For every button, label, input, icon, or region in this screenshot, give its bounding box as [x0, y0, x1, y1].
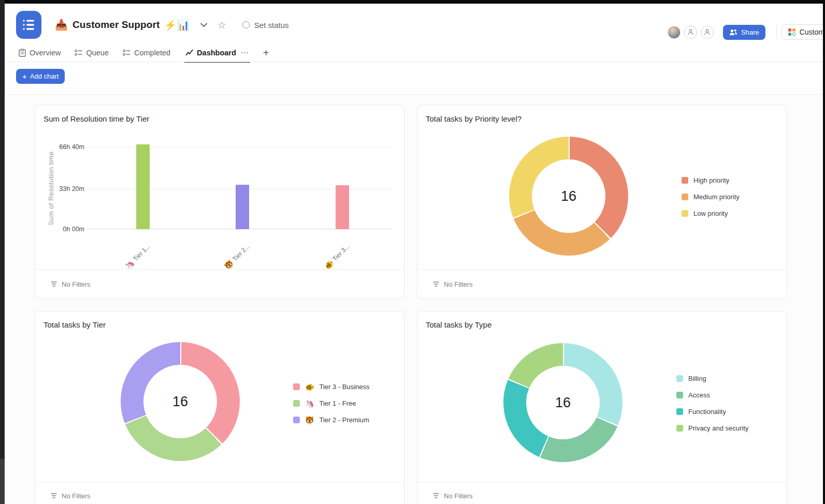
inbox-tray-emoji: 📥	[55, 20, 68, 30]
customize-button[interactable]: Customize	[781, 24, 825, 40]
legend-swatch	[676, 392, 683, 398]
tab-label: Completed	[134, 49, 170, 57]
filter-icon	[51, 281, 57, 287]
list-menu-icon	[22, 18, 36, 32]
legend-item-tier1[interactable]: 🦄 Tier 1 - Free	[293, 399, 370, 407]
legend-label: Functionality	[688, 408, 726, 416]
filter-icon	[51, 493, 57, 499]
gridline	[87, 147, 392, 147]
line-chart-icon	[185, 49, 193, 56]
legend-item-billing[interactable]: Billing	[676, 375, 748, 382]
card-resolution-time: Sum of Resolution time by Tier Sum of Re…	[35, 105, 404, 299]
list-view-icon	[123, 49, 131, 56]
legend-item-access[interactable]: Access	[676, 391, 748, 399]
tab-completed[interactable]: Completed	[123, 49, 170, 57]
window-edge-left-bottom	[0, 459, 5, 504]
page-title: Customer Support	[73, 19, 160, 31]
add-chart-button[interactable]: + Add chart	[16, 69, 65, 84]
bar-tier1[interactable]	[136, 144, 150, 229]
legend-item-tier2[interactable]: 🐯 Tier 2 - Premium	[293, 416, 370, 424]
legend-swatch	[293, 383, 300, 390]
customize-label: Customize	[800, 28, 825, 36]
header-divider	[776, 25, 777, 39]
filters-bar[interactable]: No Filters	[417, 482, 786, 504]
x-label-text: Tier 3...	[331, 243, 351, 262]
set-status-button[interactable]: Set status	[242, 21, 289, 29]
filters-label: No Filters	[444, 280, 473, 288]
tab-queue[interactable]: Queue	[75, 49, 109, 57]
filters-label: No Filters	[62, 492, 91, 500]
legend-swatch	[682, 194, 688, 200]
legend-item-high[interactable]: High priority	[682, 176, 740, 184]
legend-swatch	[676, 425, 683, 432]
legend-label: Low priority	[693, 210, 728, 217]
x-axis-label-tier1: 🦄 Tier 1...	[123, 242, 152, 271]
set-status-label: Set status	[254, 21, 289, 29]
legend-label: Billing	[688, 375, 706, 382]
tab-options-button[interactable]: ⋯	[241, 49, 249, 56]
favorite-star-icon[interactable]: ☆	[218, 20, 226, 30]
legend-label: Privacy and security	[688, 424, 748, 432]
donut-center-total: 16	[532, 159, 605, 233]
legend-swatch	[682, 210, 688, 217]
tab-label: Overview	[30, 49, 61, 57]
customize-grid-icon	[788, 28, 795, 36]
bar-tier3[interactable]	[336, 185, 349, 229]
filters-bar[interactable]: No Filters	[35, 269, 404, 299]
x-label-text: Tier 1...	[132, 243, 152, 262]
card-title: Total tasks by Priority level?	[426, 114, 522, 123]
plus-icon: +	[22, 72, 27, 80]
y-tick: 66h 40m	[45, 143, 84, 151]
type-donut-chart[interactable]: 16	[503, 343, 623, 462]
legend-label: Tier 3 - Business	[319, 383, 369, 391]
legend-item-tier3[interactable]: 🐠 Tier 3 - Business	[293, 383, 370, 391]
filter-icon	[433, 493, 439, 499]
legend-swatch	[676, 408, 683, 415]
donut-center-total: 16	[143, 365, 217, 438]
tabs-divider	[5, 62, 823, 62]
card-title: Total tasks by Type	[426, 320, 491, 329]
y-tick: 0h 00m	[45, 226, 84, 233]
priority-donut-chart[interactable]: 16	[509, 137, 628, 256]
add-view-button[interactable]: +	[263, 47, 269, 59]
y-tick: 33h 20m	[45, 185, 84, 192]
header-actions: Share Customize	[668, 24, 825, 40]
workspace-menu-button[interactable]	[16, 11, 41, 39]
donut-center-total: 16	[526, 366, 600, 439]
legend-item-functionality[interactable]: Functionality	[676, 408, 748, 416]
tab-label: Dashboard	[197, 49, 236, 57]
window-edge-top	[0, 0, 825, 4]
list-view-icon	[75, 49, 82, 56]
invite-user-button[interactable]	[701, 26, 714, 39]
legend-label: Tier 1 - Free	[319, 399, 356, 407]
card-title: Total tasks by Tier	[44, 320, 106, 329]
status-circle-icon	[242, 21, 250, 28]
legend-item-privacy[interactable]: Privacy and security	[676, 424, 748, 432]
card-tasks-by-type: Total tasks by Type 16 Billing Access Fu…	[417, 311, 787, 504]
tiger-emoji: 🐯	[305, 417, 314, 424]
share-label: Share	[741, 28, 759, 36]
app-window: 📥 Customer Support ⚡📊 ☆ Set status Share…	[0, 0, 825, 504]
legend-label: High priority	[693, 176, 729, 184]
window-edge-right	[823, 0, 825, 504]
tab-overview[interactable]: Overview	[19, 49, 61, 57]
filters-bar[interactable]: No Filters	[417, 269, 786, 299]
invite-user-button[interactable]	[684, 26, 697, 39]
filters-label: No Filters	[444, 492, 473, 500]
legend-item-medium[interactable]: Medium priority	[682, 193, 740, 201]
legend-swatch	[676, 375, 683, 382]
user-avatar[interactable]	[668, 26, 681, 39]
share-button[interactable]: Share	[723, 25, 765, 40]
card-tasks-by-tier: Total tasks by Tier 16 🐠 Tier 3 - Busine…	[35, 311, 404, 504]
filter-icon	[433, 281, 439, 287]
page-header: 📥 Customer Support ⚡📊 ☆ Set status	[55, 17, 289, 33]
bar-tier2[interactable]	[236, 185, 249, 229]
title-dropdown-button[interactable]	[200, 22, 208, 27]
tier-legend: 🐠 Tier 3 - Business 🦄 Tier 1 - Free 🐯 Ti…	[293, 383, 370, 424]
tab-dashboard-group: Dashboard ⋯	[184, 49, 250, 63]
type-legend: Billing Access Functionality Privacy and…	[676, 375, 748, 432]
filters-bar[interactable]: No Filters	[35, 482, 404, 504]
legend-item-low[interactable]: Low priority	[682, 210, 740, 217]
tier-donut-chart[interactable]: 16	[121, 342, 240, 461]
tab-dashboard[interactable]: Dashboard	[185, 49, 236, 57]
